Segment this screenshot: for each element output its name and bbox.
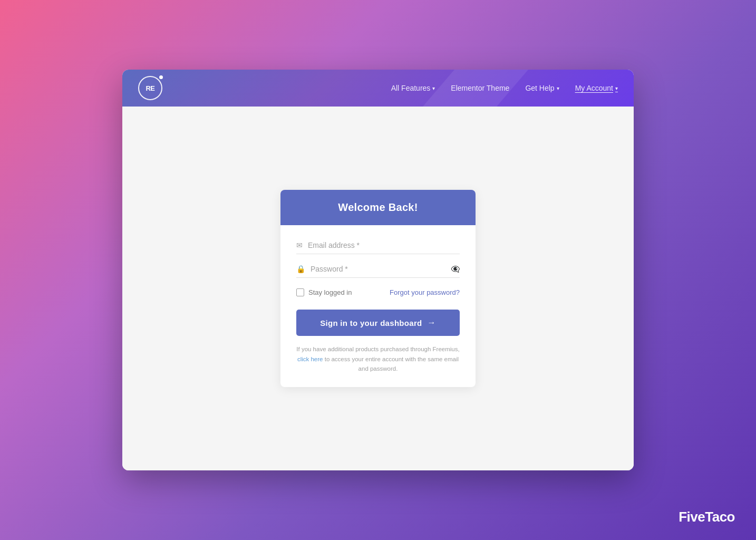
password-field-border: 🔒 👁‍🗨 (296, 265, 460, 278)
nav-header: RE All Features ▾ Elementor Theme Get He… (122, 70, 634, 107)
nav-link-elementor-theme[interactable]: Elementor Theme (451, 84, 509, 92)
email-field-group: ✉ (296, 241, 460, 254)
email-field-border: ✉ (296, 241, 460, 254)
logo-circle: RE (138, 76, 162, 100)
stay-logged-label[interactable]: Stay logged in (296, 288, 352, 296)
chevron-down-icon: ▾ (432, 85, 435, 91)
freemius-link[interactable]: click here (297, 356, 323, 362)
card-body: ✉ 🔒 👁‍🗨 Stay logged in (280, 225, 476, 387)
fivetaco-watermark: FiveTaco (679, 509, 735, 525)
nav-link-my-account[interactable]: My Account ▾ (575, 84, 618, 92)
signin-button[interactable]: Sign in to your dashboard → (296, 310, 460, 336)
email-input[interactable] (308, 241, 460, 249)
freemius-note: If you have additional products purchase… (296, 344, 460, 373)
form-options-row: Stay logged in Forgot your password? (296, 288, 460, 296)
card-header: Welcome Back! (280, 190, 476, 225)
forgot-password-link[interactable]: Forgot your password? (390, 288, 460, 296)
login-card: Welcome Back! ✉ 🔒 👁‍🗨 (280, 190, 476, 387)
nav-links: All Features ▾ Elementor Theme Get Help … (391, 84, 618, 92)
password-field-group: 🔒 👁‍🗨 (296, 265, 460, 278)
eye-icon[interactable]: 👁‍🗨 (451, 265, 460, 273)
chevron-down-icon: ▾ (615, 85, 618, 91)
logo-dot (159, 75, 163, 79)
card-title: Welcome Back! (296, 201, 460, 214)
stay-logged-checkbox[interactable] (296, 288, 304, 296)
logo-area: RE (138, 76, 162, 100)
password-input[interactable] (311, 265, 445, 273)
nav-link-all-features[interactable]: All Features ▾ (391, 84, 435, 92)
arrow-right-icon: → (428, 318, 436, 327)
nav-link-get-help[interactable]: Get Help ▾ (525, 84, 559, 92)
main-content: Welcome Back! ✉ 🔒 👁‍🗨 (122, 107, 634, 470)
browser-window: RE All Features ▾ Elementor Theme Get He… (122, 70, 634, 470)
chevron-down-icon: ▾ (557, 85, 559, 91)
logo-text: RE (146, 84, 154, 92)
lock-icon: 🔒 (296, 265, 305, 273)
email-icon: ✉ (296, 241, 303, 249)
